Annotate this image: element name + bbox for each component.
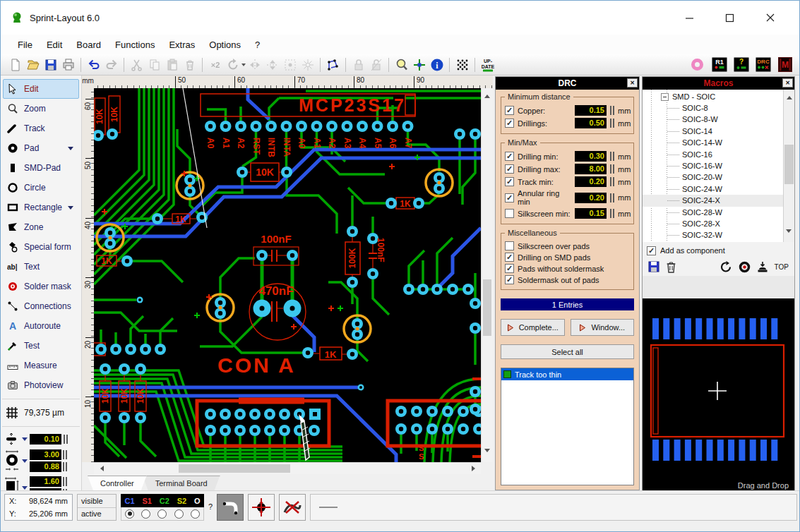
tool-edit[interactable]: Edit: [3, 79, 79, 99]
tree-item[interactable]: SOIC-32-W: [643, 229, 783, 241]
rotate-button[interactable]: [224, 56, 241, 73]
tool-measure[interactable]: Measure: [3, 356, 79, 375]
menu-functions[interactable]: Functions: [108, 37, 162, 53]
checkbox-add-as-component[interactable]: [647, 246, 656, 255]
tree-item[interactable]: SOIC-24-W: [643, 183, 783, 195]
tab-controller[interactable]: Controller: [88, 476, 147, 490]
active-layer-s2-radio[interactable]: [174, 509, 184, 519]
tool-text[interactable]: ab|Text: [3, 257, 79, 277]
scroll-up-icon[interactable]: [787, 93, 792, 99]
track-bend-mode-button[interactable]: [217, 494, 244, 521]
pad-size-dropdown[interactable]: [22, 459, 28, 466]
tool-pad[interactable]: Pad: [3, 138, 79, 158]
checkbox-track-min[interactable]: [505, 177, 514, 186]
checkbox-drilling-max[interactable]: [505, 164, 514, 174]
tool-photoview[interactable]: Photoview: [3, 375, 79, 395]
tree-root-smd-soic[interactable]: SMD - SOIC: [643, 91, 783, 102]
tool-track[interactable]: Track: [3, 119, 79, 138]
horizontal-scroll-thumb[interactable]: [179, 464, 290, 473]
tree-item[interactable]: SOIC-14-W: [643, 137, 783, 148]
tree-item-selected[interactable]: SOIC-24-X: [643, 195, 783, 206]
layer-help-label[interactable]: ?: [208, 502, 213, 511]
track-width-grip[interactable]: [64, 435, 68, 444]
drc-close-icon[interactable]: [627, 78, 638, 87]
delete-button[interactable]: [181, 56, 198, 73]
scroll-up-icon[interactable]: [484, 92, 490, 98]
pad-dropdown[interactable]: [68, 147, 73, 153]
place-top-icon[interactable]: [757, 261, 768, 273]
origin-button[interactable]: [410, 56, 428, 73]
print-button[interactable]: [59, 56, 77, 73]
close-icon[interactable]: [765, 13, 775, 23]
info-button[interactable]: i: [428, 56, 446, 73]
tool-autoroute[interactable]: AAutoroute: [3, 316, 79, 336]
snap-button[interactable]: [299, 56, 316, 73]
select-all-button[interactable]: Select all: [501, 344, 634, 359]
checkbox-annular-ring-min[interactable]: [505, 193, 514, 202]
drc-panel-button[interactable]: DRC: [754, 56, 772, 73]
tree-item[interactable]: SOIC-20-W: [643, 171, 783, 183]
maximize-icon[interactable]: [725, 13, 734, 23]
new-file-button[interactable]: [6, 56, 24, 73]
menu-board[interactable]: Board: [69, 37, 108, 53]
tab-terminal-board[interactable]: Terminal Board: [143, 476, 220, 490]
checkbox-copper[interactable]: [505, 106, 514, 115]
hide-connections-button[interactable]: [279, 494, 306, 521]
tool-rectangle[interactable]: Rectangle: [3, 198, 79, 217]
checkbox-silkscreen-min[interactable]: [505, 209, 514, 218]
update-button[interactable]: UP-DATE: [479, 56, 496, 73]
grid-button[interactable]: [453, 56, 471, 73]
tool-connections[interactable]: Connections: [3, 296, 79, 316]
tool-solder-mask[interactable]: Solder mask: [3, 277, 79, 296]
collapse-icon[interactable]: [661, 93, 669, 101]
tool-zoom[interactable]: Zoom: [3, 99, 79, 119]
mirror-horizontal-button[interactable]: [246, 56, 263, 73]
layer-o[interactable]: O: [194, 497, 201, 505]
pad-drill-value[interactable]: 0.88: [30, 461, 61, 472]
tree-item[interactable]: SOIC-28-X: [643, 218, 783, 229]
drillings-value[interactable]: 0.50: [575, 118, 607, 128]
redo-button[interactable]: [102, 56, 120, 73]
tree-item[interactable]: SOIC-14: [643, 126, 783, 137]
tree-item[interactable]: SOIC-16: [643, 149, 783, 160]
drilling-min-value[interactable]: 0.30: [575, 151, 607, 162]
menu-file[interactable]: File: [11, 37, 40, 53]
checkbox-silkscreen-over-pads[interactable]: [505, 241, 514, 250]
rectangle-dropdown[interactable]: [68, 206, 73, 212]
grid-setting[interactable]: 79,375 µm: [1, 403, 81, 423]
layer-s2[interactable]: S2: [177, 497, 186, 505]
copper-value[interactable]: 0.15: [575, 105, 607, 116]
checkbox-soldermask-out-of-pads[interactable]: [505, 275, 514, 284]
layer-c2[interactable]: C2: [160, 497, 169, 505]
tool-zone[interactable]: Zone: [3, 217, 79, 237]
delete-macro-icon[interactable]: [666, 261, 676, 273]
mirror-vertical-button[interactable]: [263, 56, 281, 73]
save-macro-icon[interactable]: [648, 261, 659, 272]
open-file-button[interactable]: [24, 56, 42, 73]
component-info-button[interactable]: ?: [732, 56, 750, 73]
drilling-max-value[interactable]: 8.00: [575, 164, 607, 174]
layer-c1[interactable]: C1: [124, 497, 134, 505]
crosshair-cursor-button[interactable]: [248, 494, 275, 521]
menu-help[interactable]: ?: [248, 37, 267, 53]
scroll-down-icon[interactable]: [786, 229, 792, 236]
smd-width-value[interactable]: 1.60: [30, 476, 61, 487]
tool-test[interactable]: Test: [3, 336, 79, 356]
tree-item[interactable]: SOIC-16-W: [643, 160, 783, 171]
duplicate-x2-button[interactable]: ×2: [206, 56, 224, 73]
track-width-dropdown[interactable]: [22, 437, 28, 444]
tool-smd-pad[interactable]: SMD-Pad: [3, 158, 79, 178]
tree-item[interactable]: SOIC-8-W: [643, 114, 783, 125]
layer-s1[interactable]: S1: [142, 497, 151, 505]
active-layer-s1-radio[interactable]: [141, 509, 150, 519]
align-button[interactable]: [281, 56, 299, 73]
menu-edit[interactable]: Edit: [40, 37, 69, 53]
cut-button[interactable]: [128, 56, 145, 73]
checkbox-drilling-on-smd-pads[interactable]: [505, 253, 514, 262]
active-layer-c2-radio[interactable]: [157, 509, 167, 519]
window-button[interactable]: Window...: [571, 319, 635, 336]
pad-diameter-value[interactable]: 3.00: [30, 449, 61, 460]
complete-button[interactable]: Complete...: [501, 319, 565, 336]
menu-options[interactable]: Options: [202, 37, 248, 53]
macro-preview[interactable]: Drag and Drop: [643, 298, 794, 492]
